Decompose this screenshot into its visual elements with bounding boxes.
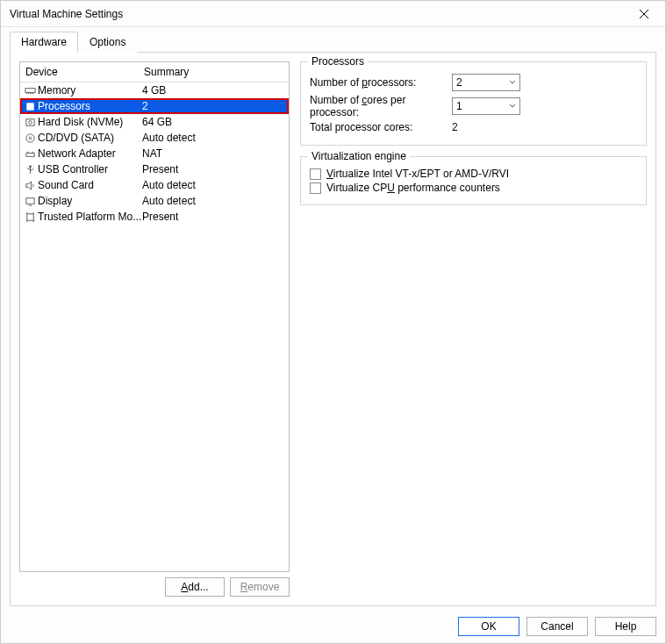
device-row-network-adapter[interactable]: Network Adapter NAT	[20, 146, 289, 161]
close-icon	[640, 10, 648, 18]
cores-per-processor-select[interactable]: 1	[452, 97, 520, 115]
device-row-tpm[interactable]: Trusted Platform Mo... Present	[20, 209, 289, 225]
header-device[interactable]: Device	[25, 66, 144, 78]
svg-rect-14	[25, 153, 33, 156]
cd-dvd-icon	[24, 132, 36, 144]
dialog-button-row: OK Cancel Help	[1, 612, 665, 643]
svg-rect-24	[26, 213, 32, 219]
tab-body: Device Summary Memory 4 GB Processors 2	[10, 52, 656, 606]
titlebar: Virtual Machine Settings	[1, 1, 665, 27]
chevron-down-icon	[509, 79, 516, 86]
svg-rect-9	[28, 104, 32, 108]
device-name: Hard Disk (NVMe)	[38, 116, 142, 128]
device-row-display[interactable]: Display Auto detect	[20, 193, 289, 209]
memory-icon	[24, 84, 36, 97]
num-processors-label: Number of processors:	[310, 76, 452, 89]
device-summary: Present	[142, 211, 285, 223]
svg-point-13	[29, 137, 32, 140]
device-summary: Auto detect	[142, 195, 285, 207]
help-button[interactable]: Help	[595, 617, 656, 636]
device-row-hard-disk[interactable]: Hard Disk (NVMe) 64 GB	[20, 114, 289, 130]
ok-button[interactable]: OK	[458, 617, 519, 636]
svg-point-11	[28, 120, 32, 124]
network-adapter-icon	[24, 147, 36, 160]
svg-point-18	[29, 165, 32, 168]
total-cores-value: 2	[452, 121, 458, 133]
device-list-header: Device Summary	[20, 62, 289, 82]
display-icon	[24, 195, 36, 207]
close-button[interactable]	[630, 4, 658, 25]
device-rows: Memory 4 GB Processors 2 Hard Disk (NVMe…	[20, 82, 289, 571]
chevron-down-icon	[509, 103, 516, 110]
device-summary: NAT	[142, 147, 285, 160]
num-processors-row: Number of processors: 2	[310, 74, 637, 91]
vm-settings-dialog: Virtual Machine Settings Hardware Option…	[0, 0, 666, 644]
virtualization-legend: Virtualization engine	[308, 150, 410, 162]
svg-rect-10	[25, 118, 33, 125]
device-list[interactable]: Device Summary Memory 4 GB Processors 2	[19, 61, 290, 572]
window-title: Virtual Machine Settings	[10, 8, 630, 20]
tab-hardware-label: Hardware	[21, 36, 67, 48]
device-row-processors[interactable]: Processors 2	[20, 98, 289, 114]
svg-rect-22	[25, 197, 33, 204]
hard-disk-icon	[24, 116, 36, 128]
right-column: Processors Number of processors: 2 Numbe…	[300, 61, 647, 597]
num-processors-value: 2	[456, 76, 462, 89]
virtualize-vt-label: Virtualize Intel VT-x/EPT or AMD-V/RVI	[326, 168, 509, 180]
cores-per-processor-row: Number of cores per processor: 1	[310, 94, 637, 118]
device-name: Network Adapter	[38, 147, 142, 160]
device-row-sound-card[interactable]: Sound Card Auto detect	[20, 177, 289, 193]
cancel-button[interactable]: Cancel	[526, 617, 588, 636]
device-name: Sound Card	[38, 179, 142, 191]
tab-options-label: Options	[90, 36, 125, 48]
remove-button: Remove	[230, 577, 290, 597]
sound-card-icon	[24, 179, 36, 191]
virtualize-vt-checkbox[interactable]	[310, 168, 321, 180]
device-name: Display	[38, 195, 142, 207]
virtualize-cpu-perf-checkbox[interactable]	[310, 182, 321, 194]
device-summary: 2	[142, 100, 285, 112]
device-summary: 4 GB	[142, 84, 285, 97]
header-summary[interactable]: Summary	[144, 66, 283, 78]
device-summary: Present	[142, 163, 285, 175]
device-name: Processors	[38, 100, 142, 112]
device-summary: Auto detect	[142, 132, 285, 144]
virtualize-vt-row[interactable]: Virtualize Intel VT-x/EPT or AMD-V/RVI	[310, 168, 637, 180]
left-column: Device Summary Memory 4 GB Processors 2	[19, 61, 290, 597]
tabbar: Hardware Options	[1, 27, 665, 52]
device-name: Trusted Platform Mo...	[38, 211, 142, 223]
processors-group: Processors Number of processors: 2 Numbe…	[300, 61, 647, 146]
device-name: Memory	[38, 84, 142, 97]
device-name: USB Controller	[38, 163, 142, 175]
svg-point-12	[25, 133, 33, 141]
svg-line-20	[30, 168, 33, 170]
device-summary: 64 GB	[142, 116, 285, 128]
device-name: CD/DVD (SATA)	[38, 132, 142, 144]
device-summary: Auto detect	[142, 179, 285, 191]
add-button[interactable]: Add...	[165, 577, 225, 597]
total-cores-row: Total processor cores: 2	[310, 121, 637, 133]
tab-hardware[interactable]: Hardware	[10, 32, 78, 53]
cores-per-processor-label: Number of cores per processor:	[310, 94, 452, 118]
virtualize-cpu-perf-row[interactable]: Virtualize CPU performance counters	[310, 182, 637, 194]
svg-line-19	[26, 168, 30, 169]
svg-marker-21	[25, 181, 31, 189]
svg-rect-2	[25, 88, 34, 92]
cores-per-processor-value: 1	[456, 100, 462, 112]
total-cores-label: Total processor cores:	[310, 121, 452, 133]
processors-legend: Processors	[308, 55, 368, 68]
tab-options[interactable]: Options	[78, 32, 137, 53]
remove-rest: emove	[247, 581, 279, 593]
usb-controller-icon	[24, 163, 36, 175]
processors-icon	[24, 100, 36, 112]
device-row-memory[interactable]: Memory 4 GB	[20, 82, 289, 98]
tpm-icon	[24, 211, 36, 223]
virtualization-group: Virtualization engine Virtualize Intel V…	[300, 156, 647, 205]
virtualize-cpu-perf-label: Virtualize CPU performance counters	[326, 182, 500, 194]
num-processors-select[interactable]: 2	[452, 74, 520, 91]
list-button-row: Add... Remove	[19, 577, 290, 597]
add-rest: dd...	[188, 581, 208, 593]
device-row-cd-dvd[interactable]: CD/DVD (SATA) Auto detect	[20, 130, 289, 146]
device-row-usb-controller[interactable]: USB Controller Present	[20, 161, 289, 177]
